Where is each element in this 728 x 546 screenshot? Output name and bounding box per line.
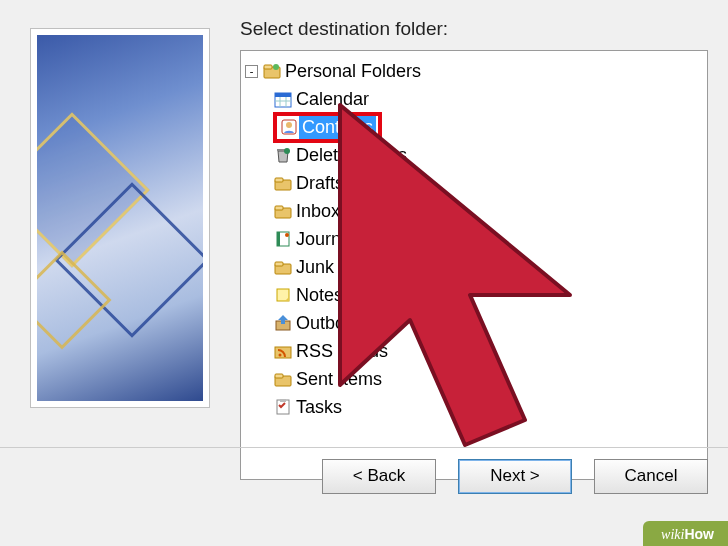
collapse-button[interactable]: - bbox=[245, 65, 258, 78]
folder-icon bbox=[273, 369, 293, 389]
tree-node[interactable]: Sent Items bbox=[273, 365, 703, 393]
svg-rect-27 bbox=[277, 400, 289, 414]
next-button[interactable]: Next > bbox=[458, 459, 572, 494]
svg-point-11 bbox=[284, 148, 290, 154]
wizard-main-area: Select destination folder: - Personal Fo… bbox=[240, 18, 708, 480]
tree-root-node[interactable]: - Personal Folders bbox=[245, 57, 703, 85]
folder-icon bbox=[273, 201, 293, 221]
button-separator bbox=[0, 447, 728, 448]
tree-node[interactable]: Journal bbox=[273, 225, 703, 253]
tree-node[interactable]: Deleted Items bbox=[273, 141, 703, 169]
tree-node-label: Junk E-mail bbox=[293, 256, 393, 279]
tree-node-label: Inbox bbox=[293, 200, 343, 223]
tree-node-label: Tasks bbox=[293, 396, 345, 419]
wizard-side-graphic-frame bbox=[30, 28, 210, 408]
prompt-label: Select destination folder: bbox=[240, 18, 708, 40]
folder-tree[interactable]: - Personal Folders CalendarContactsDelet… bbox=[240, 50, 708, 480]
rss-icon bbox=[273, 341, 293, 361]
contacts-icon bbox=[279, 117, 299, 137]
tree-node-label: RSS Feeds bbox=[293, 340, 391, 363]
tree-node-label: Drafts bbox=[293, 172, 347, 195]
tree-node[interactable]: RSS Feeds bbox=[273, 337, 703, 365]
cancel-button[interactable]: Cancel bbox=[594, 459, 708, 494]
svg-rect-20 bbox=[275, 262, 283, 266]
tree-node-label: Notes bbox=[293, 284, 346, 307]
tree-node[interactable]: Tasks bbox=[273, 393, 703, 421]
svg-rect-4 bbox=[275, 93, 291, 97]
folder-icon bbox=[273, 173, 293, 193]
svg-rect-1 bbox=[264, 65, 272, 69]
tasks-icon bbox=[273, 397, 293, 417]
tree-node[interactable]: Junk E-mail bbox=[273, 253, 703, 281]
back-button[interactable]: < Back bbox=[322, 459, 436, 494]
tree-node[interactable]: Outbox bbox=[273, 309, 703, 337]
notes-icon bbox=[273, 285, 293, 305]
tree-node[interactable]: Calendar bbox=[273, 85, 703, 113]
tutorial-highlight: Contacts bbox=[273, 112, 382, 143]
tree-node-label: Contacts bbox=[299, 116, 376, 139]
svg-rect-13 bbox=[275, 178, 283, 182]
svg-point-18 bbox=[285, 233, 289, 237]
wizard-side-graphic bbox=[37, 35, 203, 401]
tree-node-label: Outbox bbox=[293, 312, 357, 335]
svg-rect-28 bbox=[280, 399, 286, 402]
journal-icon bbox=[273, 229, 293, 249]
tree-node-label: Calendar bbox=[293, 88, 372, 111]
personal-folders-icon bbox=[262, 61, 282, 81]
tree-node[interactable]: Contacts bbox=[273, 113, 703, 141]
wikihow-watermark: wikiHow bbox=[643, 521, 728, 546]
tree-node-label: Journal bbox=[293, 228, 358, 251]
svg-point-24 bbox=[279, 354, 282, 357]
tree-node-label: Deleted Items bbox=[293, 144, 410, 167]
svg-rect-17 bbox=[277, 232, 280, 246]
tree-node[interactable]: Inbox bbox=[273, 197, 703, 225]
wizard-button-row: < Back Next > Cancel bbox=[250, 456, 708, 496]
svg-point-2 bbox=[273, 64, 279, 70]
svg-rect-26 bbox=[275, 374, 283, 378]
outbox-icon bbox=[273, 313, 293, 333]
tree-node-label: Sent Items bbox=[293, 368, 385, 391]
tree-root-label: Personal Folders bbox=[282, 60, 424, 83]
tree-node[interactable]: Notes bbox=[273, 281, 703, 309]
wizard-panel: Select destination folder: - Personal Fo… bbox=[0, 0, 728, 490]
tree-node[interactable]: Drafts bbox=[273, 169, 703, 197]
svg-point-9 bbox=[286, 122, 292, 128]
trash-icon bbox=[273, 145, 293, 165]
folder-icon bbox=[273, 257, 293, 277]
svg-rect-15 bbox=[275, 206, 283, 210]
calendar-icon bbox=[273, 89, 293, 109]
